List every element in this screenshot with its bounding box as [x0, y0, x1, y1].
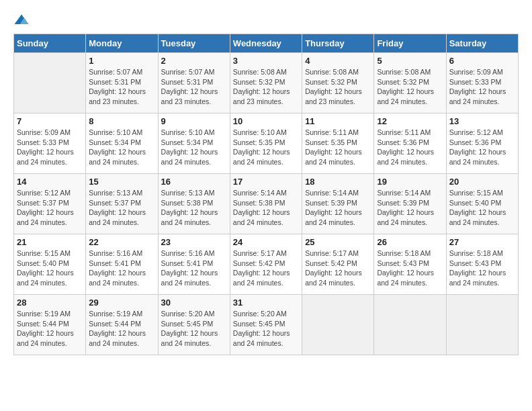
calendar-cell: 22Sunrise: 5:16 AM Sunset: 5:41 PM Dayli… — [86, 234, 158, 295]
calendar-cell: 2Sunrise: 5:07 AM Sunset: 5:31 PM Daylig… — [158, 53, 230, 113]
day-info: Sunrise: 5:08 AM Sunset: 5:32 PM Dayligh… — [233, 67, 299, 107]
day-number: 3 — [233, 56, 299, 66]
day-info: Sunrise: 5:10 AM Sunset: 5:35 PM Dayligh… — [233, 128, 299, 167]
day-info: Sunrise: 5:09 AM Sunset: 5:33 PM Dayligh… — [17, 128, 83, 167]
day-info: Sunrise: 5:15 AM Sunset: 5:40 PM Dayligh… — [17, 248, 83, 288]
day-number: 4 — [305, 56, 371, 66]
day-info: Sunrise: 5:11 AM Sunset: 5:36 PM Dayligh… — [377, 128, 443, 167]
day-info: Sunrise: 5:14 AM Sunset: 5:39 PM Dayligh… — [305, 188, 371, 228]
calendar-cell — [14, 53, 86, 113]
calendar-cell: 28Sunrise: 5:19 AM Sunset: 5:44 PM Dayli… — [14, 295, 86, 355]
calendar-cell: 26Sunrise: 5:18 AM Sunset: 5:43 PM Dayli… — [374, 234, 446, 295]
day-number: 12 — [377, 116, 443, 126]
day-info: Sunrise: 5:18 AM Sunset: 5:43 PM Dayligh… — [377, 248, 443, 288]
day-info: Sunrise: 5:07 AM Sunset: 5:31 PM Dayligh… — [161, 67, 227, 107]
day-number: 21 — [17, 237, 83, 247]
column-header-friday: Friday — [374, 34, 446, 53]
day-number: 29 — [89, 298, 154, 308]
day-number: 17 — [233, 177, 299, 187]
calendar-cell: 17Sunrise: 5:14 AM Sunset: 5:38 PM Dayli… — [230, 174, 302, 234]
day-info: Sunrise: 5:14 AM Sunset: 5:38 PM Dayligh… — [233, 188, 299, 228]
calendar-cell: 18Sunrise: 5:14 AM Sunset: 5:39 PM Dayli… — [302, 174, 374, 234]
day-number: 24 — [233, 237, 299, 247]
day-number: 19 — [377, 177, 443, 187]
day-info: Sunrise: 5:16 AM Sunset: 5:41 PM Dayligh… — [89, 248, 154, 288]
calendar-cell: 6Sunrise: 5:09 AM Sunset: 5:33 PM Daylig… — [446, 53, 518, 113]
day-number: 27 — [449, 237, 515, 247]
day-info: Sunrise: 5:09 AM Sunset: 5:33 PM Dayligh… — [449, 67, 515, 107]
day-number: 25 — [305, 237, 371, 247]
day-number: 6 — [449, 56, 515, 66]
logo-icon — [13, 13, 30, 27]
day-number: 31 — [233, 298, 299, 308]
day-number: 5 — [377, 56, 443, 66]
calendar-cell: 20Sunrise: 5:15 AM Sunset: 5:40 PM Dayli… — [446, 174, 518, 234]
day-info: Sunrise: 5:15 AM Sunset: 5:40 PM Dayligh… — [449, 188, 515, 228]
day-info: Sunrise: 5:14 AM Sunset: 5:39 PM Dayligh… — [377, 188, 443, 228]
header — [13, 13, 519, 27]
day-info: Sunrise: 5:20 AM Sunset: 5:45 PM Dayligh… — [233, 309, 299, 349]
day-info: Sunrise: 5:11 AM Sunset: 5:35 PM Dayligh… — [305, 128, 371, 167]
day-info: Sunrise: 5:16 AM Sunset: 5:41 PM Dayligh… — [161, 248, 227, 288]
week-row-2: 7Sunrise: 5:09 AM Sunset: 5:33 PM Daylig… — [14, 113, 519, 174]
day-number: 28 — [17, 298, 83, 308]
calendar-cell — [302, 295, 374, 355]
calendar-table: SundayMondayTuesdayWednesdayThursdayFrid… — [13, 34, 519, 355]
column-header-thursday: Thursday — [302, 34, 374, 53]
day-info: Sunrise: 5:19 AM Sunset: 5:44 PM Dayligh… — [89, 309, 154, 349]
day-number: 2 — [161, 56, 227, 66]
day-info: Sunrise: 5:08 AM Sunset: 5:32 PM Dayligh… — [305, 67, 371, 107]
day-number: 20 — [449, 177, 515, 187]
day-number: 22 — [89, 237, 154, 247]
day-info: Sunrise: 5:10 AM Sunset: 5:34 PM Dayligh… — [89, 128, 154, 167]
day-number: 11 — [305, 116, 371, 126]
day-info: Sunrise: 5:19 AM Sunset: 5:44 PM Dayligh… — [17, 309, 83, 349]
calendar-cell: 19Sunrise: 5:14 AM Sunset: 5:39 PM Dayli… — [374, 174, 446, 234]
column-header-saturday: Saturday — [446, 34, 518, 53]
day-number: 16 — [161, 177, 227, 187]
column-header-tuesday: Tuesday — [158, 34, 230, 53]
day-number: 15 — [89, 177, 154, 187]
calendar-cell: 23Sunrise: 5:16 AM Sunset: 5:41 PM Dayli… — [158, 234, 230, 295]
day-info: Sunrise: 5:10 AM Sunset: 5:34 PM Dayligh… — [161, 128, 227, 167]
day-info: Sunrise: 5:18 AM Sunset: 5:43 PM Dayligh… — [449, 248, 515, 288]
day-number: 26 — [377, 237, 443, 247]
day-info: Sunrise: 5:13 AM Sunset: 5:37 PM Dayligh… — [89, 188, 154, 228]
day-number: 18 — [305, 177, 371, 187]
column-header-sunday: Sunday — [14, 34, 86, 53]
calendar-cell — [446, 295, 518, 355]
calendar-cell: 8Sunrise: 5:10 AM Sunset: 5:34 PM Daylig… — [86, 113, 158, 174]
calendar-cell: 29Sunrise: 5:19 AM Sunset: 5:44 PM Dayli… — [86, 295, 158, 355]
calendar-cell: 3Sunrise: 5:08 AM Sunset: 5:32 PM Daylig… — [230, 53, 302, 113]
day-number: 14 — [17, 177, 83, 187]
day-number: 10 — [233, 116, 299, 126]
column-header-wednesday: Wednesday — [230, 34, 302, 53]
calendar-cell: 13Sunrise: 5:12 AM Sunset: 5:36 PM Dayli… — [446, 113, 518, 174]
calendar-cell: 9Sunrise: 5:10 AM Sunset: 5:34 PM Daylig… — [158, 113, 230, 174]
calendar-cell: 11Sunrise: 5:11 AM Sunset: 5:35 PM Dayli… — [302, 113, 374, 174]
day-number: 1 — [89, 56, 154, 66]
day-info: Sunrise: 5:12 AM Sunset: 5:37 PM Dayligh… — [17, 188, 83, 228]
calendar-cell: 5Sunrise: 5:08 AM Sunset: 5:32 PM Daylig… — [374, 53, 446, 113]
calendar-cell: 27Sunrise: 5:18 AM Sunset: 5:43 PM Dayli… — [446, 234, 518, 295]
day-info: Sunrise: 5:20 AM Sunset: 5:45 PM Dayligh… — [161, 309, 227, 349]
day-info: Sunrise: 5:17 AM Sunset: 5:42 PM Dayligh… — [305, 248, 371, 288]
calendar-cell: 7Sunrise: 5:09 AM Sunset: 5:33 PM Daylig… — [14, 113, 86, 174]
week-row-3: 14Sunrise: 5:12 AM Sunset: 5:37 PM Dayli… — [14, 174, 519, 234]
calendar-cell: 4Sunrise: 5:08 AM Sunset: 5:32 PM Daylig… — [302, 53, 374, 113]
week-row-1: 1Sunrise: 5:07 AM Sunset: 5:31 PM Daylig… — [14, 53, 519, 113]
day-info: Sunrise: 5:08 AM Sunset: 5:32 PM Dayligh… — [377, 67, 443, 107]
calendar-cell: 30Sunrise: 5:20 AM Sunset: 5:45 PM Dayli… — [158, 295, 230, 355]
day-info: Sunrise: 5:07 AM Sunset: 5:31 PM Dayligh… — [89, 67, 154, 107]
week-row-4: 21Sunrise: 5:15 AM Sunset: 5:40 PM Dayli… — [14, 234, 519, 295]
calendar-cell: 24Sunrise: 5:17 AM Sunset: 5:42 PM Dayli… — [230, 234, 302, 295]
calendar-cell: 15Sunrise: 5:13 AM Sunset: 5:37 PM Dayli… — [86, 174, 158, 234]
calendar-cell: 16Sunrise: 5:13 AM Sunset: 5:38 PM Dayli… — [158, 174, 230, 234]
logo — [13, 13, 32, 27]
calendar-cell: 21Sunrise: 5:15 AM Sunset: 5:40 PM Dayli… — [14, 234, 86, 295]
column-header-monday: Monday — [86, 34, 158, 53]
calendar-cell: 14Sunrise: 5:12 AM Sunset: 5:37 PM Dayli… — [14, 174, 86, 234]
calendar-cell — [374, 295, 446, 355]
day-number: 13 — [449, 116, 515, 126]
calendar-cell: 10Sunrise: 5:10 AM Sunset: 5:35 PM Dayli… — [230, 113, 302, 174]
